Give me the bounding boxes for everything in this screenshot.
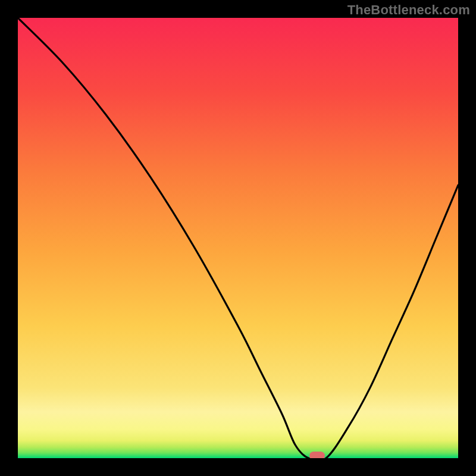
- optimal-point-marker: [309, 452, 325, 458]
- watermark-label: TheBottleneck.com: [347, 2, 470, 18]
- chart-frame: TheBottleneck.com: [0, 0, 476, 476]
- plot-area: [18, 18, 458, 458]
- svg-rect-0: [18, 18, 458, 458]
- background-gradient: [18, 18, 458, 458]
